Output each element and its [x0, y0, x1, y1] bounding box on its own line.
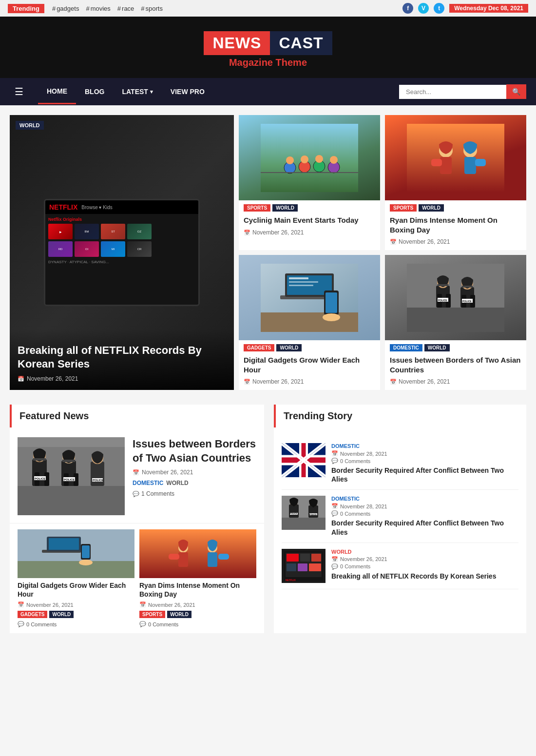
asia-date: November 26, 2021 [385, 376, 526, 390]
svg-rect-49 [33, 458, 46, 461]
sub-card-gadgets[interactable]: Digital Gadgets Grow Wider Each Hour Nov… [18, 529, 134, 627]
trending-cat-3: WORLD [331, 549, 518, 555]
boxing-tags: SPORTS WORLD [385, 200, 526, 212]
boxing-card[interactable]: SPORTS WORLD Ryan Dims Intense Moment On… [385, 115, 526, 250]
sub-tag-gadgets[interactable]: GADGETS [18, 611, 47, 618]
featured-comments: 1 Comments [133, 490, 256, 497]
asia-card[interactable]: POLICE POLICE DOMESTIC WORLD Issues betw… [385, 255, 526, 390]
trending-thumb-3: NETFLIX [282, 549, 325, 583]
facebook-icon[interactable]: f [402, 3, 413, 14]
svg-rect-61 [91, 462, 104, 486]
svg-text:NETFLIX: NETFLIX [286, 579, 296, 582]
svg-text:POLICE: POLICE [290, 512, 297, 515]
hero-card[interactable]: WORLD NETFLIX Browse ▾ Kids Netflix Orig… [10, 115, 234, 390]
featured-main-title: Issues between Borders of Two Asian Coun… [133, 437, 256, 465]
sub-tag-sports-boxing[interactable]: SPORTS [139, 611, 165, 618]
hero-title: Breaking all of NETFLIX Records By Korea… [18, 344, 226, 371]
featured-tag-world[interactable]: WORLD [166, 480, 188, 486]
tag-gadgets[interactable]: #gadgets [52, 5, 79, 12]
sub-boxing-title: Ryan Dims Intense Moment On Boxing Day [139, 581, 256, 599]
hero-grid: WORLD NETFLIX Browse ▾ Kids Netflix Orig… [10, 115, 526, 390]
svg-rect-95 [311, 554, 321, 562]
logo-cast[interactable]: CAST [270, 31, 332, 55]
search-button[interactable]: 🔍 [506, 84, 526, 99]
trending-item-2[interactable]: POLICE POLICE DOMESTIC November 28, 2 [282, 490, 518, 543]
logo-news[interactable]: NEWS [204, 31, 270, 55]
hamburger-menu[interactable]: ☰ [10, 78, 28, 105]
vimeo-icon[interactable]: V [418, 3, 429, 14]
nav-home[interactable]: HOME [38, 79, 76, 104]
tag-world-boxing[interactable]: WORLD [419, 204, 444, 212]
featured-main-tags: DOMESTIC WORLD [133, 480, 256, 486]
tag-world-asia[interactable]: WORLD [424, 344, 450, 351]
svg-rect-23 [289, 281, 318, 283]
sub-gadgets-image [18, 529, 134, 578]
svg-text:POLICE: POLICE [93, 479, 103, 482]
search-input[interactable] [399, 85, 506, 99]
asia-image: POLICE POLICE [385, 255, 526, 340]
main-content: WORLD NETFLIX Browse ▾ Kids Netflix Orig… [0, 105, 536, 643]
featured-news: Featured News [10, 405, 264, 633]
sub-boxing-date: November 26, 2021 [139, 601, 256, 608]
svg-point-2 [286, 156, 294, 164]
cycling-image [239, 115, 380, 200]
featured-tag-domestic[interactable]: DOMESTIC [133, 480, 163, 486]
gadgets-card[interactable]: GADGETS WORLD Digital Gadgets Grow Wider… [239, 255, 380, 390]
svg-point-4 [301, 155, 308, 163]
svg-point-27 [323, 313, 340, 321]
svg-rect-56 [62, 460, 75, 462]
tag-race[interactable]: #race [117, 5, 134, 12]
tag-movies[interactable]: #movies [86, 5, 110, 12]
sub-tag-world-gadgets[interactable]: WORLD [49, 611, 74, 618]
svg-point-72 [79, 560, 93, 565]
svg-rect-13 [431, 159, 442, 166]
svg-rect-79 [218, 554, 229, 560]
twitter-icon[interactable]: t [434, 3, 444, 14]
logo-subtitle: Magazine Theme [229, 57, 307, 68]
tag-sports[interactable]: #sports [141, 5, 163, 12]
trending-meta-1: November 28, 2021 [331, 450, 518, 457]
nav-view-pro[interactable]: VIEW PRO [162, 79, 213, 104]
featured-main-article[interactable]: POLICE POLICE [10, 432, 264, 523]
featured-header: Featured News [10, 405, 264, 427]
svg-rect-75 [178, 552, 188, 567]
tag-sports-cycling[interactable]: SPORTS [244, 204, 270, 212]
top-bar: Trending #gadgets #movies #race #sports … [0, 0, 536, 17]
trending-story: Trending Story [274, 405, 526, 633]
tag-domestic-asia[interactable]: DOMESTIC [390, 344, 422, 351]
svg-rect-66 [18, 561, 134, 578]
trending-content-2: DOMESTIC November 28, 2021 0 Comments Bo… [331, 496, 518, 536]
featured-main-date: November 26, 2021 [133, 469, 256, 476]
svg-rect-10 [407, 124, 504, 192]
svg-rect-0 [261, 124, 358, 192]
trending-item-1[interactable]: DOMESTIC November 28, 2021 0 Comments Bo… [282, 437, 518, 490]
tag-gadgets-card[interactable]: GADGETS [244, 344, 274, 351]
svg-rect-24 [289, 285, 313, 286]
boxing-image [385, 115, 526, 200]
svg-rect-71 [82, 545, 90, 558]
tag-world-cycling[interactable]: WORLD [272, 204, 298, 212]
trending-thumb-2: POLICE POLICE [282, 496, 325, 530]
nav-latest[interactable]: LATEST [113, 79, 161, 104]
tag-sports-boxing[interactable]: SPORTS [390, 204, 417, 212]
svg-rect-18 [261, 312, 358, 332]
svg-rect-97 [298, 563, 307, 571]
nav-bar: ☰ HOME BLOG LATEST VIEW PRO 🔍 [0, 78, 536, 105]
gadgets-date: November 26, 2021 [239, 376, 380, 390]
hero-tag: WORLD [16, 121, 44, 130]
tag-world-gadgets[interactable]: WORLD [276, 344, 302, 351]
trending-meta-2: November 28, 2021 [331, 503, 518, 509]
svg-point-6 [315, 155, 323, 163]
sub-card-boxing[interactable]: Ryan Dims Intense Moment On Boxing Day N… [139, 529, 256, 627]
gadgets-tags: GADGETS WORLD [239, 340, 380, 351]
featured-main-content: Issues between Borders of Two Asian Coun… [133, 437, 256, 515]
svg-text:POLICE: POLICE [462, 300, 472, 303]
cycling-card[interactable]: SPORTS WORLD Cyclinig Main Event Starts … [239, 115, 380, 250]
sub-tag-world-boxing[interactable]: WORLD [167, 611, 191, 618]
sub-boxing-comments: 0 Comments [139, 621, 256, 627]
nav-blog[interactable]: BLOG [76, 79, 113, 104]
svg-rect-69 [49, 538, 79, 550]
trending-item-3[interactable]: NETFLIX WORLD November 26, 2021 0 Commen… [282, 543, 518, 589]
sub-boxing-tags: SPORTS WORLD [139, 611, 256, 618]
trending-tags: #gadgets #movies #race #sports [52, 5, 163, 12]
